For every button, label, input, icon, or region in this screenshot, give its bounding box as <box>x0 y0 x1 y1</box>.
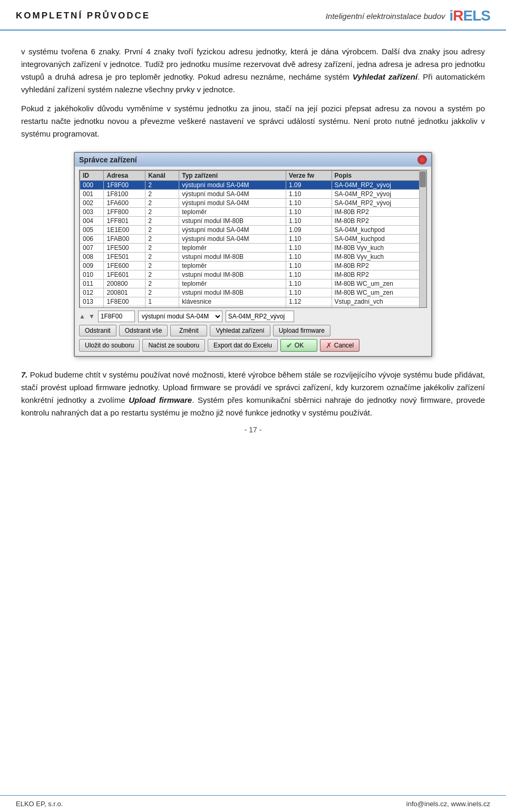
popis-input[interactable] <box>226 311 294 322</box>
dialog-close-button[interactable] <box>417 155 427 165</box>
cell-verze: 1.12 <box>286 306 332 308</box>
address-input[interactable] <box>98 311 135 322</box>
paragraph-1: v systému tvořena 6 znaky. První 4 znaky… <box>21 45 485 96</box>
cell-id: 000 <box>80 181 104 190</box>
table-row[interactable]: 0101FE6012vstupní modul IM-80B1.10IM-80B… <box>80 270 426 279</box>
table-header: ID Adresa Kanál Typ zařízení Verze fw Po… <box>80 171 426 181</box>
cell-adresa: 1FA600 <box>104 199 145 208</box>
zmenit-button[interactable]: Změnit <box>170 325 207 336</box>
cell-kanal: 2 <box>145 226 179 235</box>
cell-adresa: 1FF801 <box>104 217 145 226</box>
cell-kanal: 2 <box>145 253 179 262</box>
cell-id: 009 <box>80 262 104 270</box>
irels-logo: iRELS <box>450 7 490 24</box>
col-kanal: Kanál <box>145 171 179 181</box>
cell-adresa: 1FE601 <box>104 270 145 279</box>
cell-id: 007 <box>80 244 104 253</box>
cell-popis: IM-80B Vyv_kuch <box>332 244 426 253</box>
cell-popis: IM-80B WC_um_zen <box>332 288 426 297</box>
cell-id: 010 <box>80 270 104 279</box>
device-table-body: 0001F8F002výstupní modul SA-04M1.09SA-04… <box>80 181 426 308</box>
cell-adresa: 1FAB00 <box>104 235 145 244</box>
col-verze: Verze fw <box>286 171 332 181</box>
upload-firmware-label: Upload firmware <box>279 327 325 334</box>
cell-adresa: 1F8100 <box>104 190 145 199</box>
table-row[interactable]: 0071FE5002teploměr1.10IM-80B Vyv_kuch <box>80 244 426 253</box>
cell-kanal: 2 <box>145 288 179 297</box>
table-row[interactable]: 0081FE5012vstupní modul IM-80B1.10IM-80B… <box>80 253 426 262</box>
table-row[interactable]: 0011F81002výstupní modul SA-04M1.10SA-04… <box>80 190 426 199</box>
content-area: v systému tvořena 6 znaky. První 4 znaky… <box>0 31 506 476</box>
cell-kanal: 1 <box>145 306 179 308</box>
cell-id: 005 <box>80 226 104 235</box>
cell-id: 004 <box>80 217 104 226</box>
ulozit-button[interactable]: Uložit do souboru <box>79 339 140 352</box>
table-row[interactable]: 0131F8E001klávesnice1.12Vstup_zadní_vch <box>80 297 426 306</box>
cell-popis: SA-04M_kuchpod <box>332 226 426 235</box>
cell-verze: 1.10 <box>286 270 332 279</box>
cell-popis: SA-04M_RP2_vývoj <box>332 181 426 190</box>
type-select[interactable]: výstupní modul SA-04M <box>138 311 222 322</box>
device-table-wrapper: ID Adresa Kanál Typ zařízení Verze fw Po… <box>79 170 427 308</box>
cell-adresa: 200801 <box>104 288 145 297</box>
table-row[interactable]: 0122008012vstupní modul IM-80B1.10IM-80B… <box>80 288 426 297</box>
ok-button[interactable]: ✔ OK <box>280 339 317 352</box>
vyhledat-button[interactable]: Vyhledat zařízení <box>210 325 270 336</box>
cell-popis: IM-80B RP2 <box>332 217 426 226</box>
cell-popis: IM-80B WC_um_zen <box>332 279 426 288</box>
nav-down-icon[interactable]: ▼ <box>89 313 95 320</box>
cell-id: 011 <box>80 279 104 288</box>
cell-kanal: 2 <box>145 181 179 190</box>
header-title: KOMPLETNÍ PRŮVODCE <box>16 11 150 21</box>
cell-verze: 1.10 <box>286 253 332 262</box>
paragraph-2: Pokud z jakéhokoliv důvodu vyměníme v sy… <box>21 102 485 140</box>
table-row[interactable]: 0091FE6002teploměr1.10IM-80B RP2 <box>80 262 426 270</box>
upload-firmware-button[interactable]: Upload firmware <box>273 325 330 336</box>
device-table: ID Adresa Kanál Typ zařízení Verze fw Po… <box>80 170 426 307</box>
spravce-zarizeni-dialog: Správce zařízení ID Adresa Kanál <box>74 152 432 357</box>
scrollbar-thumb[interactable] <box>420 171 426 187</box>
cell-typ: klávesnice <box>179 297 286 306</box>
cell-verze: 1.10 <box>286 244 332 253</box>
cell-verze: 1.09 <box>286 181 332 190</box>
cell-adresa: 1F8F00 <box>104 181 145 190</box>
col-typ: Typ zařízení <box>179 171 286 181</box>
nacist-button[interactable]: Načíst ze souboru <box>142 339 205 352</box>
table-row[interactable]: 0051E1E002výstupní modul SA-04M1.09SA-04… <box>80 226 426 235</box>
cell-adresa: 1FE500 <box>104 244 145 253</box>
cell-id: 013 <box>80 297 104 306</box>
footer: ELKO EP, s.r.o. info@inels.cz, www.inels… <box>0 795 506 812</box>
cell-typ: vstupní modul IM-80B <box>179 270 286 279</box>
cell-kanal: 2 <box>145 190 179 199</box>
odstranit-vse-button[interactable]: Odstranit vše <box>119 325 168 336</box>
cell-verze: 1.09 <box>286 226 332 235</box>
cell-verze: 1.10 <box>286 279 332 288</box>
cancel-button[interactable]: ✗ Cancel <box>320 339 359 352</box>
page-number: - 17 - <box>21 426 485 434</box>
table-row[interactable]: 0141F8D001klávesnice1.12Vstup_vývoj <box>80 306 426 308</box>
zmenit-label: Změnit <box>179 327 199 334</box>
col-popis: Popis <box>332 171 426 181</box>
table-row[interactable]: 0021FA6002výstupní modul SA-04M1.10SA-04… <box>80 199 426 208</box>
cell-typ: teploměr <box>179 208 286 217</box>
cell-verze: 1.10 <box>286 208 332 217</box>
table-row[interactable]: 0112008002teploměr1.10IM-80B WC_um_zen <box>80 279 426 288</box>
cell-kanal: 2 <box>145 235 179 244</box>
scrollbar-track[interactable] <box>419 170 426 307</box>
cancel-label: Cancel <box>334 342 354 349</box>
dialog-buttons-row1: Odstranit Odstranit vše Změnit Vyhledat … <box>79 325 427 336</box>
table-row[interactable]: 0061FAB002výstupní modul SA-04M1.10SA-04… <box>80 235 426 244</box>
col-id: ID <box>80 171 104 181</box>
table-row[interactable]: 0041FF8012vstupní modul IM-80B1.10IM-80B… <box>80 217 426 226</box>
nav-up-icon[interactable]: ▲ <box>79 313 85 320</box>
cell-verze: 1.10 <box>286 235 332 244</box>
section-7-number: 7. <box>21 370 28 379</box>
cell-id: 014 <box>80 306 104 308</box>
table-row[interactable]: 0001F8F002výstupní modul SA-04M1.09SA-04… <box>80 181 426 190</box>
cell-typ: teploměr <box>179 244 286 253</box>
odstranit-button[interactable]: Odstranit <box>79 325 116 336</box>
cell-typ: teploměr <box>179 279 286 288</box>
ok-label: OK <box>295 342 304 349</box>
table-row[interactable]: 0031FF8002teploměr1.10IM-80B RP2 <box>80 208 426 217</box>
export-button[interactable]: Export dat do Excelu <box>208 339 278 352</box>
